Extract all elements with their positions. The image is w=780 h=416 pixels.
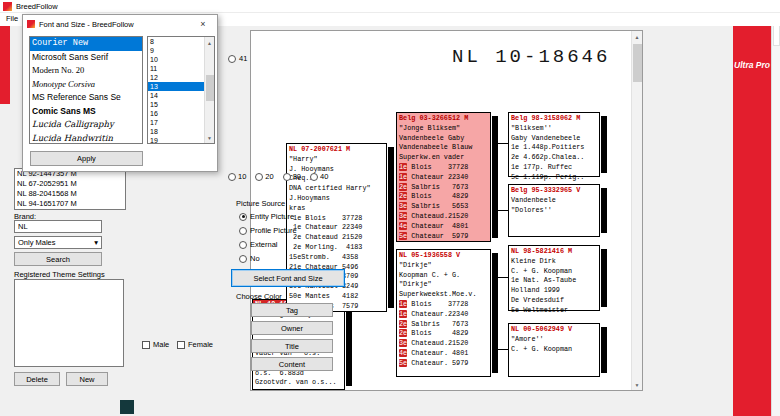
pedigree-connector xyxy=(498,210,508,211)
radio-icon[interactable] xyxy=(239,241,247,249)
radio-41-label: 41 xyxy=(239,54,247,63)
radio-icon[interactable] xyxy=(255,173,263,181)
female-checkbox[interactable]: Female xyxy=(177,340,213,349)
content-color-button[interactable]: Content xyxy=(251,357,333,371)
list-item[interactable]: 15 xyxy=(148,100,204,109)
tag-color-button[interactable]: Tag xyxy=(251,303,333,317)
pedigree-box-granddam[interactable]: NL 05-1936558 V"Dirkje"Koopman C. + G."D… xyxy=(396,249,491,377)
canvas-scrollbar[interactable]: ▲ ▼ xyxy=(631,31,642,390)
window-scrollbar[interactable] xyxy=(771,0,780,416)
radio-selected-icon[interactable] xyxy=(239,213,247,221)
checkbox-icon[interactable] xyxy=(142,341,150,349)
checkbox-icon[interactable] xyxy=(177,341,185,349)
pedigree-connector xyxy=(498,277,508,278)
pedigree-line: 1e 177p. Ruffec xyxy=(511,163,597,173)
pedigree-box-ggsire1[interactable]: Belg 98-3158062 M"Bliksem''Gaby Vandeneb… xyxy=(508,112,600,177)
list-item[interactable]: Monotype Corsiva xyxy=(30,78,142,92)
radio-icon[interactable] xyxy=(228,173,236,181)
delete-button[interactable]: Delete xyxy=(14,372,60,386)
font-list[interactable]: Courier NewMicrosoft Sans SerifModern No… xyxy=(29,36,143,144)
list-item[interactable]: Microsoft Sans Serif xyxy=(30,51,142,65)
radio-no-picture[interactable]: No xyxy=(239,254,260,263)
list-item[interactable]: 10 xyxy=(148,55,204,64)
pedigree-line: Gaby Vandenebeele xyxy=(511,134,597,144)
pedigree-line: 1e Blois 37728 xyxy=(289,214,384,224)
list-item[interactable]: MS Reference Sans Se xyxy=(30,91,142,105)
radio-10[interactable]: 10 xyxy=(228,172,246,181)
list-item[interactable]: Comic Sans MS xyxy=(30,105,142,119)
radio-icon[interactable] xyxy=(239,227,247,235)
radio-41[interactable]: 41 xyxy=(228,54,247,63)
radio-icon[interactable] xyxy=(283,173,291,181)
list-item[interactable]: 13 xyxy=(148,82,204,91)
scrollbar-thumb[interactable] xyxy=(206,75,214,101)
scroll-down-icon[interactable]: ▼ xyxy=(632,379,642,390)
radio-external[interactable]: External xyxy=(239,240,278,249)
generation-count-radios: 10 20 30 40 xyxy=(228,172,328,181)
radio-40[interactable]: 40 xyxy=(310,172,328,181)
pedigree-line: Vandenabeele Blauw xyxy=(399,143,488,153)
radio-icon[interactable] xyxy=(310,173,318,181)
list-item[interactable]: Modern No. 20 xyxy=(30,64,142,78)
pedigree-line: "Harry" xyxy=(289,155,384,165)
scroll-up-icon[interactable]: ▲ xyxy=(205,37,214,48)
pedigree-line: 2e Blois 4829 xyxy=(399,329,488,339)
theme-settings-list[interactable] xyxy=(14,279,124,367)
ultra-pro-label: Ultra Pro xyxy=(733,60,771,70)
list-item[interactable]: 16 xyxy=(148,109,204,118)
select-font-size-button[interactable]: Select Font and Size xyxy=(231,269,345,287)
scroll-down-icon[interactable]: ▼ xyxy=(205,132,214,143)
pedigree-box-ggdam1[interactable]: Belg 95-3332965 VVandenbeele"Dolores'' xyxy=(508,184,600,237)
owner-color-button[interactable]: Owner xyxy=(251,321,333,335)
ring-number-list[interactable]: NL 92-1447357 MNL 67-2052951 MNL 88-2041… xyxy=(14,168,126,210)
list-item[interactable]: 11 xyxy=(148,64,204,73)
list-item[interactable]: 9 xyxy=(148,46,204,55)
pedigree-box-header: Belg 98-3158062 M xyxy=(511,114,597,124)
radio-icon[interactable] xyxy=(239,255,247,263)
pedigree-line: "Dolores'' xyxy=(511,206,597,216)
brand-input[interactable] xyxy=(14,220,102,233)
menu-file[interactable]: File xyxy=(0,13,24,24)
pedigree-line: Vandenbeele Gaby xyxy=(399,134,488,144)
gender-filter-select[interactable]: Only Males ▾ xyxy=(14,236,102,249)
list-item[interactable]: 19 xyxy=(148,136,204,144)
list-item[interactable]: 17 xyxy=(148,118,204,127)
pedigree-line: Superkw.en vader xyxy=(399,153,488,163)
male-checkbox[interactable]: Male xyxy=(142,340,169,349)
pedigree-connector xyxy=(498,349,508,350)
pedigree-box-ggsire2[interactable]: NL 98-5821416 MKleine DirkC. + G. Koopma… xyxy=(508,245,600,311)
radio-profile-picture[interactable]: Profile Picture xyxy=(239,226,297,235)
radio-30[interactable]: 30 xyxy=(283,172,301,181)
title-color-button[interactable]: Title xyxy=(251,339,333,353)
dialog-close-button[interactable]: × xyxy=(193,16,213,32)
size-list-scrollbar[interactable]: ▲ ▼ xyxy=(204,37,214,143)
scrollbar-thumb[interactable] xyxy=(633,44,642,82)
apply-button[interactable]: Apply xyxy=(30,151,143,166)
size-list[interactable]: ▲ ▼ 8910111213141516171819 xyxy=(147,36,215,144)
list-item[interactable]: Courier New xyxy=(30,37,142,51)
pedigree-line: "Bliksem'' xyxy=(511,124,597,134)
pedigree-line: Superkweekst.Moe.v. xyxy=(399,290,488,300)
pedigree-box-ggdam2[interactable]: NL 00-5062949 V"Amore''C. + G. Koopman xyxy=(508,323,600,377)
new-button[interactable]: New xyxy=(66,372,108,386)
search-button[interactable]: Search xyxy=(14,252,102,266)
radio-icon[interactable] xyxy=(228,55,236,63)
list-item[interactable]: Lucida Calligraphy xyxy=(30,118,142,132)
app-icon xyxy=(3,2,12,11)
list-item[interactable]: 14 xyxy=(148,91,204,100)
radio-entity-picture[interactable]: Entity Picture xyxy=(239,212,294,221)
list-item[interactable]: 18 xyxy=(148,127,204,136)
pedigree-box-grandsire[interactable]: Belg 03-3266512 M"Jonge Bliksem"Vandenbe… xyxy=(396,112,491,242)
gender-filter-value: Only Males xyxy=(18,238,56,247)
list-item[interactable]: Lucida Handwritin xyxy=(30,132,142,145)
list-item[interactable]: NL 94-1651707 M xyxy=(15,199,125,209)
list-item[interactable]: NL 88-2041568 M xyxy=(15,189,125,199)
list-item[interactable]: NL 67-2052951 M xyxy=(15,179,125,189)
pedigree-box-header: NL 07-2007621 M xyxy=(289,145,384,155)
radio-20[interactable]: 20 xyxy=(255,172,273,181)
list-item[interactable]: 12 xyxy=(148,73,204,82)
scroll-up-icon[interactable]: ▲ xyxy=(632,31,642,42)
pedigree-line: 3e Chateaud.21520 xyxy=(399,212,488,222)
color-preview-swatch[interactable] xyxy=(120,400,134,414)
list-item[interactable]: 8 xyxy=(148,37,204,46)
